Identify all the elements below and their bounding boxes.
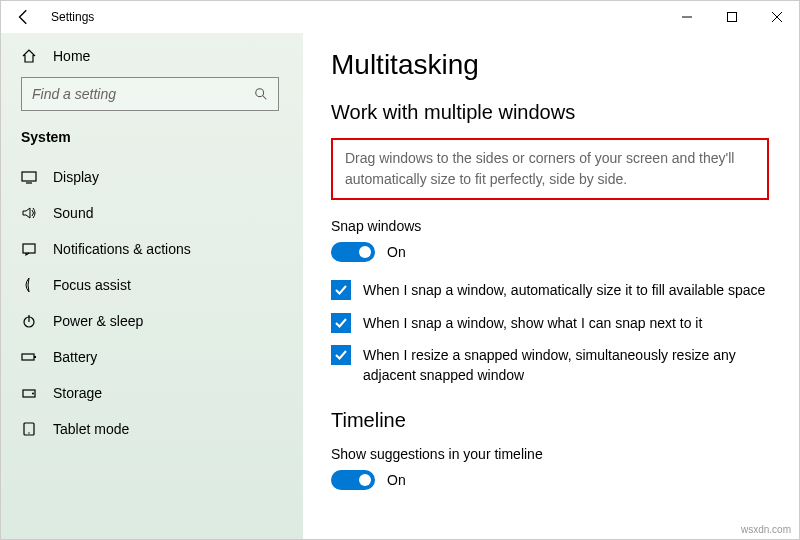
sidebar-item-notifications[interactable]: Notifications & actions [1, 231, 303, 267]
home-icon [21, 48, 37, 64]
back-button[interactable] [15, 8, 33, 26]
checkbox-autosize[interactable] [331, 280, 351, 300]
battery-icon [21, 349, 37, 365]
sidebar-item-label: Tablet mode [53, 421, 129, 437]
tablet-icon [21, 421, 37, 437]
checkbox-resize[interactable] [331, 345, 351, 365]
window-controls [664, 1, 799, 33]
close-button[interactable] [754, 1, 799, 33]
section-label: System [1, 121, 303, 159]
titlebar: Settings [1, 1, 799, 33]
svg-line-5 [263, 96, 267, 100]
sound-icon [21, 205, 37, 221]
description-highlight: Drag windows to the sides or corners of … [331, 138, 769, 200]
sidebar-item-label: Battery [53, 349, 97, 365]
snap-windows-toggle[interactable] [331, 242, 375, 262]
sidebar-item-power[interactable]: Power & sleep [1, 303, 303, 339]
sidebar-item-label: Sound [53, 205, 93, 221]
storage-icon [21, 385, 37, 401]
sidebar: Home System Display Sound Notifications … [1, 33, 303, 539]
home-label: Home [53, 48, 90, 64]
sidebar-item-label: Display [53, 169, 99, 185]
svg-rect-8 [23, 244, 35, 253]
power-icon [21, 313, 37, 329]
checkbox-label: When I resize a snapped window, simultan… [363, 345, 769, 385]
search-input[interactable] [22, 86, 244, 102]
section-heading: Work with multiple windows [331, 101, 769, 124]
checkbox-label: When I snap a window, automatically size… [363, 280, 765, 301]
snap-windows-label: Snap windows [331, 218, 769, 234]
minimize-button[interactable] [664, 1, 709, 33]
focus-icon [21, 277, 37, 293]
checkbox-shownext[interactable] [331, 313, 351, 333]
page-title: Multitasking [331, 49, 769, 81]
watermark: wsxdn.com [741, 524, 791, 535]
sidebar-item-tablet[interactable]: Tablet mode [1, 411, 303, 447]
display-icon [21, 169, 37, 185]
maximize-button[interactable] [709, 1, 754, 33]
sidebar-item-focus[interactable]: Focus assist [1, 267, 303, 303]
svg-point-16 [28, 432, 29, 433]
search-box[interactable] [21, 77, 279, 111]
sidebar-item-sound[interactable]: Sound [1, 195, 303, 231]
svg-point-4 [256, 89, 264, 97]
sidebar-item-display[interactable]: Display [1, 159, 303, 195]
timeline-suggestions-label: Show suggestions in your timeline [331, 446, 769, 462]
sidebar-item-label: Power & sleep [53, 313, 143, 329]
sidebar-item-storage[interactable]: Storage [1, 375, 303, 411]
home-nav[interactable]: Home [1, 39, 303, 73]
svg-rect-1 [727, 13, 736, 22]
notifications-icon [21, 241, 37, 257]
sidebar-item-label: Storage [53, 385, 102, 401]
svg-rect-6 [22, 172, 36, 181]
checkbox-label: When I snap a window, show what I can sn… [363, 313, 702, 334]
window-title: Settings [51, 10, 94, 24]
svg-rect-11 [22, 354, 34, 360]
sidebar-item-battery[interactable]: Battery [1, 339, 303, 375]
svg-rect-12 [34, 356, 36, 358]
sidebar-item-label: Notifications & actions [53, 241, 191, 257]
sidebar-item-label: Focus assist [53, 277, 131, 293]
search-icon [244, 87, 278, 101]
toggle-state: On [387, 244, 406, 260]
main-content: Multitasking Work with multiple windows … [303, 33, 799, 539]
section-heading: Timeline [331, 409, 769, 432]
svg-point-14 [32, 393, 34, 395]
toggle-state: On [387, 472, 406, 488]
timeline-suggestions-toggle[interactable] [331, 470, 375, 490]
